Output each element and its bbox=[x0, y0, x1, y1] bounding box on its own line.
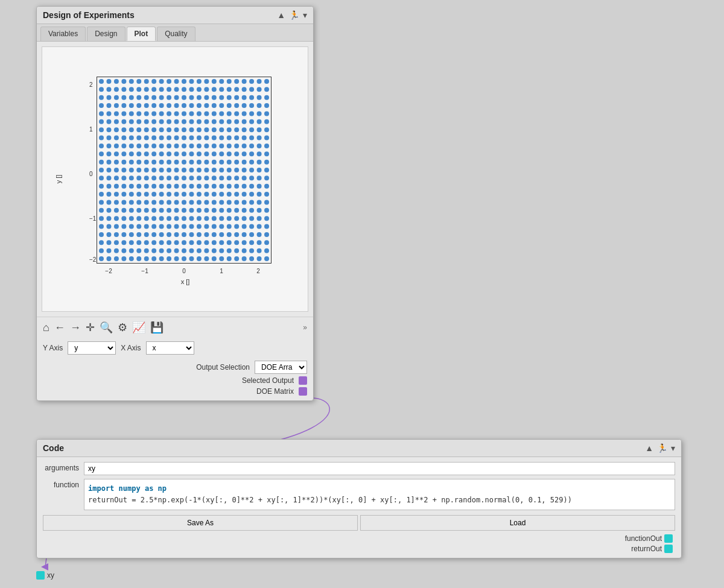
code-menu-icon[interactable]: ▾ bbox=[671, 443, 675, 453]
save-as-button[interactable]: Save As bbox=[43, 515, 358, 531]
tab-variables[interactable]: Variables bbox=[40, 27, 86, 41]
function-line2: returnOut = 2.5*np.exp(-1*(xy[:, 0]**2 +… bbox=[88, 495, 671, 506]
settings-icon[interactable]: ⚙ bbox=[118, 321, 127, 334]
return-out-port[interactable] bbox=[664, 545, 673, 553]
zoom-icon[interactable]: 🔍 bbox=[100, 321, 113, 334]
doe-matrix-label: DOE Matrix bbox=[256, 387, 294, 396]
return-out-row: returnOut bbox=[631, 545, 673, 553]
arguments-row: arguments bbox=[43, 462, 675, 475]
y-tick-2: 2 bbox=[89, 81, 93, 88]
x-tick-0: 0 bbox=[182, 268, 186, 274]
doe-matrix-row: DOE Matrix bbox=[43, 387, 307, 396]
x-tick-1: 1 bbox=[220, 268, 223, 274]
back-icon[interactable]: ← bbox=[54, 321, 65, 334]
more-icon[interactable]: » bbox=[303, 323, 307, 332]
arguments-input[interactable] bbox=[84, 462, 675, 475]
bottom-input-row: xy bbox=[36, 571, 54, 580]
code-outputs: functionOut returnOut bbox=[43, 534, 675, 553]
bottom-input-label: xy bbox=[47, 571, 54, 580]
doe-panel: Design of Experiments ▲ 🏃 ▾ Variables De… bbox=[36, 6, 314, 401]
function-out-row: functionOut bbox=[625, 534, 673, 543]
return-out-label: returnOut bbox=[631, 545, 662, 553]
y-tick-n1: −1 bbox=[89, 215, 96, 222]
selected-output-label: Selected Output bbox=[242, 376, 294, 385]
load-button[interactable]: Load bbox=[360, 515, 675, 531]
y-axis-select[interactable]: y bbox=[68, 341, 116, 355]
x-tick-n2: −2 bbox=[105, 268, 112, 274]
doe-matrix-port[interactable] bbox=[299, 387, 307, 396]
code-title-icons: ▲ 🏃 ▾ bbox=[645, 443, 675, 453]
bottom-input-port[interactable] bbox=[36, 571, 45, 580]
function-row: function import numpy as np returnOut = … bbox=[43, 479, 675, 510]
arguments-label: arguments bbox=[43, 462, 79, 472]
tab-design[interactable]: Design bbox=[87, 27, 125, 41]
pan-icon[interactable]: ✛ bbox=[86, 321, 95, 334]
doe-tabs-bar: Variables Design Plot Quality bbox=[37, 24, 313, 42]
function-out-port[interactable] bbox=[664, 534, 673, 543]
code-title-bar: Code ▲ 🏃 ▾ bbox=[37, 440, 681, 457]
chart-icon[interactable]: 📈 bbox=[132, 321, 145, 334]
save-icon[interactable]: 💾 bbox=[150, 321, 164, 334]
y-axis-label: y [] bbox=[55, 175, 62, 184]
axis-selectors: Y Axis y X Axis x bbox=[37, 338, 313, 358]
plot-toolbar: ⌂ ← → ✛ 🔍 ⚙ 📈 💾 » bbox=[37, 317, 313, 338]
code-buttons: Save As Load bbox=[43, 515, 675, 531]
code-body: arguments function import numpy as np re… bbox=[37, 457, 681, 558]
x-tick-2: 2 bbox=[256, 268, 260, 274]
y-tick-n2: −2 bbox=[89, 256, 96, 263]
code-panel: Code ▲ 🏃 ▾ arguments function import num… bbox=[36, 439, 682, 558]
x-axis-label: x [] bbox=[181, 278, 190, 285]
y-tick-0: 0 bbox=[89, 171, 93, 177]
output-selection-select[interactable]: DOE Arra bbox=[255, 361, 307, 374]
code-minimize-icon[interactable]: ▲ bbox=[645, 443, 653, 453]
forward-icon[interactable]: → bbox=[70, 321, 81, 334]
minimize-icon[interactable]: ▲ bbox=[277, 10, 285, 20]
x-axis-selector-label: X Axis bbox=[121, 344, 141, 352]
plot-container: y [] x [] 2 1 0 −1 −2 −2 −1 0 1 2 bbox=[42, 46, 308, 312]
output-section: Output Selection DOE Arra Selected Outpu… bbox=[37, 358, 313, 400]
menu-icon[interactable]: ▾ bbox=[303, 10, 307, 20]
x-tick-n1: −1 bbox=[141, 268, 148, 274]
code-run-icon[interactable]: 🏃 bbox=[657, 443, 667, 453]
selected-output-port[interactable] bbox=[299, 376, 307, 385]
tab-plot[interactable]: Plot bbox=[127, 27, 156, 41]
selected-output-row: Selected Output bbox=[43, 376, 307, 385]
function-label: function bbox=[43, 479, 79, 489]
function-out-label: functionOut bbox=[625, 534, 662, 543]
function-editor[interactable]: import numpy as np returnOut = 2.5*np.ex… bbox=[84, 479, 675, 510]
scatter-plot-canvas bbox=[97, 77, 272, 264]
home-icon[interactable]: ⌂ bbox=[43, 321, 49, 334]
doe-title-bar: Design of Experiments ▲ 🏃 ▾ bbox=[37, 7, 313, 24]
code-title: Code bbox=[43, 443, 64, 453]
doe-title: Design of Experiments bbox=[43, 10, 135, 20]
doe-title-icons: ▲ 🏃 ▾ bbox=[277, 10, 307, 20]
run-icon[interactable]: 🏃 bbox=[289, 10, 299, 20]
function-line1: import numpy as np bbox=[88, 483, 671, 495]
y-axis-selector-label: Y Axis bbox=[43, 344, 63, 352]
output-selection-label: Output Selection bbox=[196, 363, 250, 371]
x-axis-select[interactable]: x bbox=[146, 341, 194, 355]
output-selection-row: Output Selection DOE Arra bbox=[43, 361, 307, 374]
y-tick-1: 1 bbox=[89, 126, 93, 133]
plot-inner: y [] x [] 2 1 0 −1 −2 −2 −1 0 1 2 bbox=[72, 71, 278, 288]
tab-quality[interactable]: Quality bbox=[157, 27, 195, 41]
